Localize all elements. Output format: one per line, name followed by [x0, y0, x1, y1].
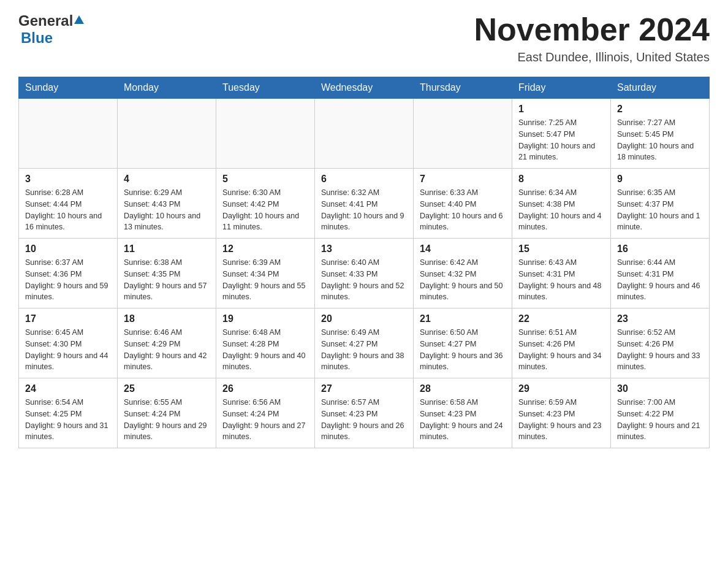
- weekday-header-row: Sunday Monday Tuesday Wednesday Thursday…: [19, 77, 710, 99]
- calendar-week-row: 10Sunrise: 6:37 AMSunset: 4:36 PMDayligh…: [19, 239, 710, 308]
- table-row: 26Sunrise: 6:56 AMSunset: 4:24 PMDayligh…: [216, 378, 315, 448]
- calendar-table: Sunday Monday Tuesday Wednesday Thursday…: [18, 77, 710, 448]
- day-number: 22: [518, 313, 604, 324]
- month-title: November 2024: [474, 12, 710, 47]
- day-info: Sunrise: 6:57 AMSunset: 4:23 PMDaylight:…: [321, 397, 407, 443]
- table-row: 15Sunrise: 6:43 AMSunset: 4:31 PMDayligh…: [512, 239, 611, 308]
- day-number: 19: [222, 313, 308, 324]
- table-row: 7Sunrise: 6:33 AMSunset: 4:40 PMDaylight…: [414, 169, 512, 239]
- day-number: 1: [518, 104, 604, 115]
- title-area: November 2024 East Dundee, Illinois, Uni…: [474, 12, 710, 64]
- day-info: Sunrise: 6:32 AMSunset: 4:41 PMDaylight:…: [321, 187, 407, 233]
- header-wednesday: Wednesday: [315, 77, 414, 99]
- calendar-week-row: 3Sunrise: 6:28 AMSunset: 4:44 PMDaylight…: [19, 169, 710, 239]
- table-row: [216, 99, 315, 169]
- day-number: 25: [124, 383, 210, 394]
- day-number: 26: [222, 383, 308, 394]
- table-row: 6Sunrise: 6:32 AMSunset: 4:41 PMDaylight…: [315, 169, 414, 239]
- day-info: Sunrise: 6:40 AMSunset: 4:33 PMDaylight:…: [321, 257, 407, 303]
- header-saturday: Saturday: [611, 77, 710, 99]
- table-row: 4Sunrise: 6:29 AMSunset: 4:43 PMDaylight…: [118, 169, 216, 239]
- day-info: Sunrise: 6:58 AMSunset: 4:23 PMDaylight:…: [420, 397, 506, 443]
- day-number: 14: [420, 243, 506, 255]
- day-number: 21: [420, 313, 506, 324]
- day-number: 17: [25, 313, 111, 324]
- table-row: 27Sunrise: 6:57 AMSunset: 4:23 PMDayligh…: [315, 378, 414, 448]
- day-number: 23: [617, 313, 703, 324]
- day-number: 13: [321, 243, 407, 255]
- day-number: 18: [124, 313, 210, 324]
- svg-marker-0: [74, 15, 84, 24]
- table-row: 20Sunrise: 6:49 AMSunset: 4:27 PMDayligh…: [315, 308, 414, 378]
- calendar-week-row: 17Sunrise: 6:45 AMSunset: 4:30 PMDayligh…: [19, 308, 710, 378]
- table-row: [118, 99, 216, 169]
- calendar-week-row: 1Sunrise: 7:25 AMSunset: 5:47 PMDaylight…: [19, 99, 710, 169]
- day-info: Sunrise: 6:37 AMSunset: 4:36 PMDaylight:…: [25, 257, 111, 303]
- table-row: 19Sunrise: 6:48 AMSunset: 4:28 PMDayligh…: [216, 308, 315, 378]
- day-info: Sunrise: 6:55 AMSunset: 4:24 PMDaylight:…: [124, 397, 210, 443]
- table-row: [315, 99, 414, 169]
- table-row: 17Sunrise: 6:45 AMSunset: 4:30 PMDayligh…: [19, 308, 118, 378]
- day-info: Sunrise: 6:54 AMSunset: 4:25 PMDaylight:…: [25, 397, 111, 443]
- day-number: 6: [321, 174, 407, 185]
- table-row: [414, 99, 512, 169]
- logo-triangle-icon: [73, 14, 85, 26]
- day-info: Sunrise: 7:25 AMSunset: 5:47 PMDaylight:…: [518, 117, 604, 163]
- day-info: Sunrise: 7:27 AMSunset: 5:45 PMDaylight:…: [617, 117, 703, 163]
- table-row: 21Sunrise: 6:50 AMSunset: 4:27 PMDayligh…: [414, 308, 512, 378]
- day-info: Sunrise: 6:42 AMSunset: 4:32 PMDaylight:…: [420, 257, 506, 303]
- day-number: 11: [124, 243, 210, 255]
- day-info: Sunrise: 6:35 AMSunset: 4:37 PMDaylight:…: [617, 187, 703, 233]
- table-row: 11Sunrise: 6:38 AMSunset: 4:35 PMDayligh…: [118, 239, 216, 308]
- header-friday: Friday: [512, 77, 611, 99]
- table-row: 10Sunrise: 6:37 AMSunset: 4:36 PMDayligh…: [19, 239, 118, 308]
- day-info: Sunrise: 6:48 AMSunset: 4:28 PMDaylight:…: [222, 327, 308, 373]
- day-number: 5: [222, 174, 308, 185]
- day-info: Sunrise: 6:49 AMSunset: 4:27 PMDaylight:…: [321, 327, 407, 373]
- table-row: 5Sunrise: 6:30 AMSunset: 4:42 PMDaylight…: [216, 169, 315, 239]
- header-tuesday: Tuesday: [216, 77, 315, 99]
- day-number: 8: [518, 174, 604, 185]
- day-number: 7: [420, 174, 506, 185]
- day-info: Sunrise: 6:38 AMSunset: 4:35 PMDaylight:…: [124, 257, 210, 303]
- table-row: 28Sunrise: 6:58 AMSunset: 4:23 PMDayligh…: [414, 378, 512, 448]
- day-info: Sunrise: 6:51 AMSunset: 4:26 PMDaylight:…: [518, 327, 604, 373]
- table-row: 25Sunrise: 6:55 AMSunset: 4:24 PMDayligh…: [118, 378, 216, 448]
- day-info: Sunrise: 6:44 AMSunset: 4:31 PMDaylight:…: [617, 257, 703, 303]
- day-number: 29: [518, 383, 604, 394]
- day-number: 20: [321, 313, 407, 324]
- logo-blue-text: Blue: [21, 29, 53, 46]
- day-info: Sunrise: 6:28 AMSunset: 4:44 PMDaylight:…: [25, 187, 111, 233]
- table-row: 13Sunrise: 6:40 AMSunset: 4:33 PMDayligh…: [315, 239, 414, 308]
- logo-area: General Blue: [18, 12, 85, 47]
- day-number: 10: [25, 243, 111, 255]
- table-row: [19, 99, 118, 169]
- day-number: 12: [222, 243, 308, 255]
- day-number: 16: [617, 243, 703, 255]
- day-number: 15: [518, 243, 604, 255]
- table-row: 8Sunrise: 6:34 AMSunset: 4:38 PMDaylight…: [512, 169, 611, 239]
- day-info: Sunrise: 6:39 AMSunset: 4:34 PMDaylight:…: [222, 257, 308, 303]
- table-row: 22Sunrise: 6:51 AMSunset: 4:26 PMDayligh…: [512, 308, 611, 378]
- calendar-week-row: 24Sunrise: 6:54 AMSunset: 4:25 PMDayligh…: [19, 378, 710, 448]
- day-number: 27: [321, 383, 407, 394]
- day-info: Sunrise: 6:45 AMSunset: 4:30 PMDaylight:…: [25, 327, 111, 373]
- day-info: Sunrise: 6:52 AMSunset: 4:26 PMDaylight:…: [617, 327, 703, 373]
- location-title: East Dundee, Illinois, United States: [474, 50, 710, 64]
- table-row: 3Sunrise: 6:28 AMSunset: 4:44 PMDaylight…: [19, 169, 118, 239]
- table-row: 30Sunrise: 7:00 AMSunset: 4:22 PMDayligh…: [611, 378, 710, 448]
- header-sunday: Sunday: [19, 77, 118, 99]
- day-info: Sunrise: 6:46 AMSunset: 4:29 PMDaylight:…: [124, 327, 210, 373]
- day-info: Sunrise: 6:34 AMSunset: 4:38 PMDaylight:…: [518, 187, 604, 233]
- day-number: 28: [420, 383, 506, 394]
- day-number: 2: [617, 104, 703, 115]
- day-info: Sunrise: 6:43 AMSunset: 4:31 PMDaylight:…: [518, 257, 604, 303]
- day-info: Sunrise: 6:30 AMSunset: 4:42 PMDaylight:…: [222, 187, 308, 233]
- table-row: 29Sunrise: 6:59 AMSunset: 4:23 PMDayligh…: [512, 378, 611, 448]
- day-number: 24: [25, 383, 111, 394]
- day-info: Sunrise: 6:33 AMSunset: 4:40 PMDaylight:…: [420, 187, 506, 233]
- table-row: 2Sunrise: 7:27 AMSunset: 5:45 PMDaylight…: [611, 99, 710, 169]
- day-number: 9: [617, 174, 703, 185]
- day-info: Sunrise: 6:29 AMSunset: 4:43 PMDaylight:…: [124, 187, 210, 233]
- day-info: Sunrise: 6:50 AMSunset: 4:27 PMDaylight:…: [420, 327, 506, 373]
